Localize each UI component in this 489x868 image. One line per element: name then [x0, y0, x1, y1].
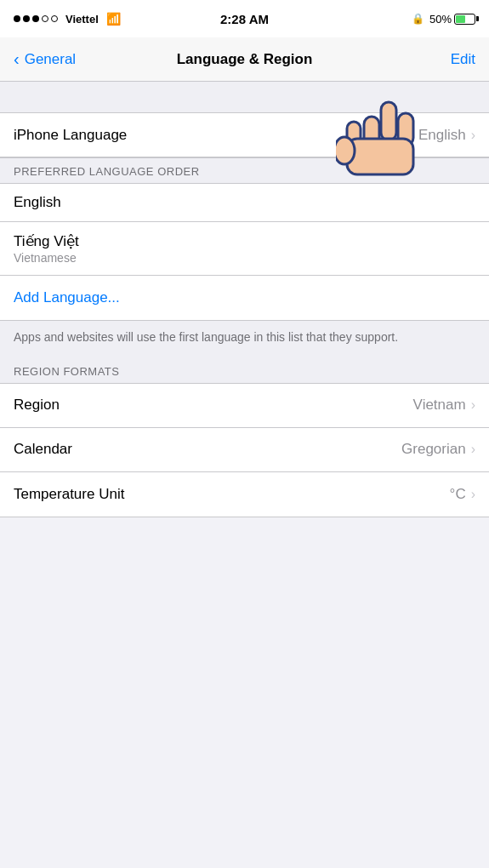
add-language-row[interactable]: Add Language...	[0, 276, 489, 320]
footer-note: Apps and websites will use the first lan…	[0, 321, 489, 358]
status-time: 2:28 AM	[220, 12, 269, 26]
temperature-value: °C ›	[450, 486, 475, 503]
region-chevron-icon: ›	[471, 397, 475, 413]
battery-container: 50%	[429, 13, 475, 26]
calendar-chevron-icon: ›	[471, 442, 475, 457]
iphone-language-row[interactable]: iPhone Language English ›	[0, 113, 489, 157]
dot-3	[32, 15, 39, 22]
dot-1	[14, 15, 20, 22]
language-name-vietnamese: Tiếng Việt	[14, 232, 475, 250]
section-gap-top	[0, 82, 489, 112]
calendar-row[interactable]: Calendar Gregorian ›	[0, 428, 489, 472]
status-bar: Viettel 📶 2:28 AM 🔒 50%	[0, 0, 489, 37]
back-label: General	[25, 51, 76, 68]
calendar-value-text: Gregorian	[401, 441, 466, 458]
region-row[interactable]: Region Vietnam ›	[0, 384, 489, 428]
language-name-english: English	[14, 194, 475, 211]
region-value: Vietnam ›	[413, 397, 475, 414]
region-formats-header: REGION FORMATS	[0, 358, 489, 383]
back-button[interactable]: ‹ General	[14, 49, 76, 69]
lock-icon: 🔒	[412, 13, 424, 25]
iphone-language-value: English ›	[418, 127, 475, 144]
dot-4	[42, 15, 48, 22]
language-list-section: English Tiếng Việt Vietnamese Add Langua…	[0, 183, 489, 321]
iphone-language-label: iPhone Language	[14, 127, 127, 144]
temperature-label: Temperature Unit	[14, 486, 124, 503]
region-formats-section: Region Vietnam › Calendar Gregorian › Te…	[0, 383, 489, 517]
calendar-label: Calendar	[14, 441, 72, 458]
iphone-language-chevron-icon: ›	[471, 128, 475, 143]
region-label: Region	[14, 397, 60, 414]
signal-dots	[14, 15, 58, 22]
calendar-value: Gregorian ›	[401, 441, 475, 458]
carrier-name: Viettel	[65, 13, 99, 26]
battery-fill	[456, 15, 465, 23]
add-language-text: Add Language...	[14, 289, 120, 306]
temperature-row[interactable]: Temperature Unit °C ›	[0, 472, 489, 517]
language-native-vietnamese: Vietnamese	[14, 251, 475, 265]
preferred-language-header: PREFERRED LANGUAGE ORDER	[0, 158, 489, 183]
wifi-icon: 📶	[106, 12, 121, 26]
iphone-language-value-text: English	[418, 127, 466, 144]
battery-icon	[454, 14, 475, 25]
temperature-value-text: °C	[450, 486, 466, 503]
region-value-text: Vietnam	[413, 397, 466, 414]
page-title: Language & Region	[177, 51, 313, 68]
temperature-chevron-icon: ›	[471, 487, 475, 502]
status-left: Viettel 📶	[14, 12, 121, 26]
footer-note-text: Apps and websites will use the first lan…	[14, 330, 398, 344]
iphone-language-section: iPhone Language English ›	[0, 112, 489, 158]
nav-bar: ‹ General Language & Region Edit	[0, 37, 489, 82]
language-row-english[interactable]: English	[0, 184, 489, 222]
dot-2	[23, 15, 30, 22]
dot-5	[51, 15, 58, 22]
battery-percent: 50%	[429, 13, 452, 26]
edit-button[interactable]: Edit	[451, 51, 475, 68]
status-right: 🔒 50%	[412, 13, 475, 26]
back-chevron-icon: ‹	[14, 49, 20, 69]
language-row-vietnamese[interactable]: Tiếng Việt Vietnamese	[0, 222, 489, 276]
